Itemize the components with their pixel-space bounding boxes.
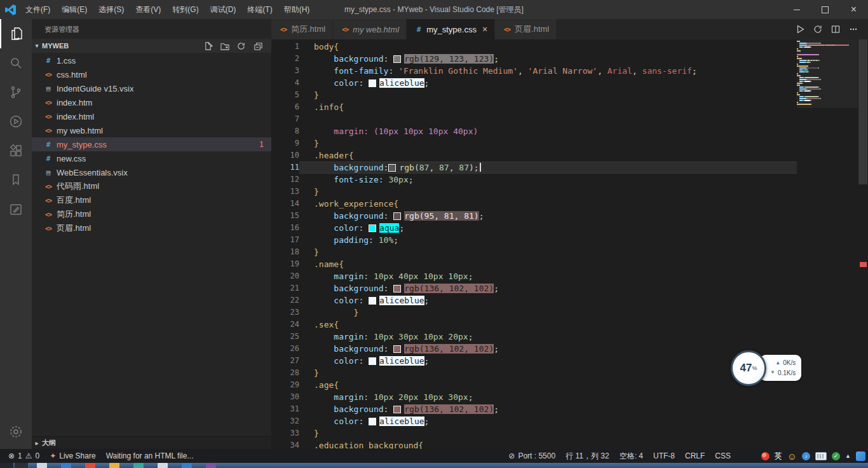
tab-close-icon[interactable]: × (482, 25, 487, 34)
app-yellow[interactable] (109, 463, 119, 468)
folder-section-header[interactable]: ▾ MYWEB (32, 39, 271, 53)
status-cursor-position[interactable]: 行 11，列 32 (560, 451, 614, 462)
minimize-button[interactable] (782, 0, 811, 19)
code-line[interactable]: 10.header{ (271, 149, 797, 162)
code-line[interactable]: 27 color: aliceblue; (271, 355, 797, 367)
code-line[interactable]: 32 color: aliceblue; (271, 415, 797, 427)
code-line[interactable]: 4 color: aliceblue; (271, 77, 797, 89)
activitybar-settings[interactable] (0, 417, 32, 446)
code-area[interactable]: 1body{2 background: rgb(129, 123, 123);3… (271, 41, 797, 449)
editor-pane[interactable]: 1body{2 background: rgb(129, 123, 123);3… (271, 39, 868, 449)
color-swatch[interactable] (369, 79, 376, 87)
more-actions-button[interactable] (845, 19, 862, 39)
app-purple[interactable] (206, 463, 216, 468)
code-line[interactable]: 23 } (271, 306, 797, 319)
activitybar-bookmarks[interactable] (0, 165, 32, 195)
file-row[interactable]: #my_stype.css1 (32, 137, 271, 151)
tab[interactable]: <>页眉.html (495, 19, 557, 39)
file-row[interactable]: ▤IndentGuide v15.vsix (32, 81, 271, 95)
activitybar-search[interactable] (0, 48, 32, 78)
editor-scrollbar[interactable] (858, 39, 868, 449)
activitybar-debug[interactable] (0, 107, 32, 136)
status-indentation[interactable]: 空格: 4 (614, 451, 648, 462)
code-line[interactable]: 25 margin: 10px 30px 10px 20px; (271, 331, 797, 343)
color-swatch[interactable] (369, 418, 376, 425)
ime-keyboard-icon[interactable] (815, 452, 827, 460)
file-row[interactable]: <>代码雨.html (32, 179, 271, 193)
app-teal[interactable] (133, 463, 144, 468)
start-button[interactable] (0, 463, 13, 468)
color-swatch[interactable] (369, 297, 376, 305)
code-line[interactable]: 26 background: rgb(136, 102, 102); (271, 343, 797, 355)
outline-section-header[interactable]: ▸ 大纲 (32, 436, 271, 449)
code-line[interactable]: 1body{ (271, 41, 797, 53)
file-row[interactable]: <>my web.html (32, 123, 271, 137)
code-line[interactable]: 19.name{ (271, 258, 797, 270)
app-explorer[interactable] (37, 463, 47, 468)
file-row[interactable]: ▤WebEssentials.vsix (32, 165, 271, 179)
app-light[interactable] (158, 463, 168, 468)
maximize-button[interactable] (811, 0, 839, 19)
sync-button[interactable] (810, 19, 826, 39)
windows-taskbar[interactable] (0, 463, 868, 468)
code-line[interactable]: 33} (271, 427, 797, 439)
status-encoding[interactable]: UTF-8 (648, 451, 680, 462)
color-swatch[interactable] (369, 357, 376, 365)
taskbar-search[interactable] (15, 463, 28, 468)
ime-language-icon[interactable]: 英 (775, 451, 782, 462)
code-line[interactable]: 14.work_experience{ (271, 198, 797, 210)
tray-red-app-icon[interactable] (761, 452, 770, 460)
code-line[interactable]: 18} (271, 246, 797, 258)
color-swatch[interactable] (388, 164, 396, 172)
status-live-share[interactable]: ✦Live Share (44, 451, 100, 460)
ime-emoji-icon[interactable]: ☺ (787, 451, 797, 461)
color-swatch[interactable] (393, 212, 401, 220)
tab[interactable]: #my_stype.css× (407, 19, 495, 39)
status-live-server[interactable]: Waiting for an HTML file... (101, 451, 199, 460)
refresh-button[interactable] (236, 41, 246, 51)
new-file-button[interactable] (203, 41, 213, 51)
code-line[interactable]: 5} (271, 89, 797, 101)
menu-item[interactable]: 文件(F) (20, 0, 56, 19)
code-line[interactable]: 3 font-family: 'Franklin Gothic Medium',… (271, 65, 797, 77)
code-line[interactable]: 22 color: aliceblue; (271, 294, 797, 306)
file-row[interactable]: #new.css (32, 151, 271, 165)
file-row[interactable]: #1.css (32, 53, 271, 67)
scrollbar-thumb[interactable] (858, 39, 867, 184)
activitybar-source-control[interactable] (0, 78, 32, 107)
code-line[interactable]: 15 background: rgb(95, 81, 81); (271, 210, 797, 222)
code-line[interactable]: 24.sex{ (271, 319, 797, 331)
new-folder-button[interactable] (220, 41, 229, 51)
code-line[interactable]: 12 font-size: 30px; (271, 174, 797, 186)
color-swatch[interactable] (393, 406, 401, 413)
menu-item[interactable]: 帮助(H) (278, 0, 316, 19)
split-editor-button[interactable] (827, 19, 844, 39)
code-line[interactable]: 31 background: rgb(136, 102, 102); (271, 403, 797, 415)
file-row[interactable]: <>简历.html (32, 207, 271, 221)
status-problems[interactable]: ⊗1⚠0 (3, 451, 44, 460)
file-row[interactable]: <>index.html (32, 109, 271, 123)
status-port[interactable]: ⊘Port : 5500 (503, 451, 560, 462)
menu-item[interactable]: 编辑(E) (56, 0, 93, 19)
file-row[interactable]: <>百度.html (32, 193, 271, 207)
tray-security-icon[interactable]: ✓ (832, 452, 840, 460)
collapse-all-button[interactable] (253, 41, 262, 51)
code-line[interactable]: 21 background: rgb(136, 102, 102); (271, 282, 797, 294)
code-line[interactable]: 13} (271, 186, 797, 198)
color-swatch[interactable] (393, 55, 401, 63)
file-row[interactable]: <>页眉.html (32, 221, 271, 235)
code-line[interactable]: 34.education_background{ (271, 439, 797, 449)
code-line[interactable]: 9} (271, 137, 797, 149)
code-line[interactable]: 8 margin: (10px 10px 10px 40px) (271, 125, 797, 137)
code-line[interactable]: 29.age{ (271, 379, 797, 391)
color-swatch[interactable] (393, 285, 401, 292)
code-line[interactable]: 2 background: rgb(129, 123, 123); (271, 53, 797, 65)
app-browser[interactable] (61, 463, 71, 468)
close-button[interactable]: × (839, 0, 868, 19)
speed-ball[interactable]: 47 % (731, 350, 766, 386)
file-row[interactable]: <>index.htm (32, 95, 271, 109)
tray-expand-icon[interactable]: ▲ (845, 453, 851, 459)
code-line[interactable]: 30 margin: 10px 20px 10px 30px; (271, 391, 797, 403)
activitybar-extensions[interactable] (0, 136, 32, 165)
code-line[interactable]: 7 (271, 113, 797, 125)
